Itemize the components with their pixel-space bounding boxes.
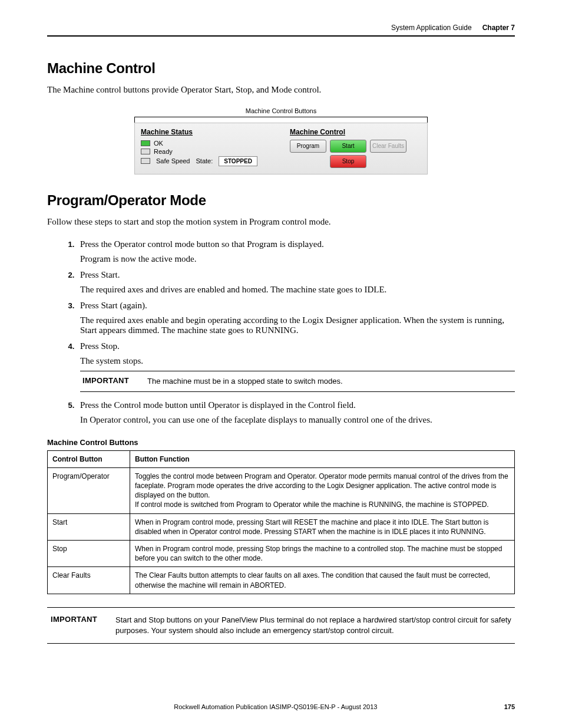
page-footer: Rockwell Automation Publication IASIMP-Q… bbox=[47, 703, 515, 710]
figure-machine-control: Machine Control Buttons Machine Status O… bbox=[47, 107, 515, 174]
hmi-panel: Machine Status OK Ready Safe Speed State… bbox=[134, 123, 428, 174]
table-row: Clear Faults The Clear Faults button att… bbox=[48, 567, 515, 594]
status-label-safe-speed: Safe Speed bbox=[156, 157, 190, 164]
heading-program-operator-mode: Program/Operator Mode bbox=[47, 192, 515, 209]
cell-btn-name: Stop bbox=[48, 541, 130, 567]
status-indicator-ok bbox=[141, 140, 150, 146]
hmi-status-header: Machine Status bbox=[141, 128, 272, 136]
start-button[interactable]: Start bbox=[330, 140, 366, 153]
step-2: Press Start. The required axes and drive… bbox=[77, 270, 515, 295]
step-5-main: Press the Control mode button until Oper… bbox=[80, 400, 515, 410]
cell-btn-name: Clear Faults bbox=[48, 567, 130, 594]
table-row: Program/Operator Toggles the control mod… bbox=[48, 467, 515, 513]
footer-publication: Rockwell Automation Publication IASIMP-Q… bbox=[47, 703, 504, 710]
cell-btn-func: Toggles the control mode between Program… bbox=[130, 467, 515, 513]
running-head-title: System Application Guide bbox=[391, 24, 472, 32]
clear-faults-button[interactable]: Clear Faults bbox=[370, 140, 406, 153]
step-2-sub: The required axes and drives are enabled… bbox=[80, 285, 515, 295]
intro-program-operator: Follow these steps to start and stop the… bbox=[47, 216, 515, 229]
cell-btn-func: The Clear Faults button attempts to clea… bbox=[130, 567, 515, 594]
intro-machine-control: The Machine control buttons provide Oper… bbox=[47, 84, 515, 97]
state-value-box: STOPPED bbox=[219, 156, 257, 166]
status-indicator-ready bbox=[141, 149, 150, 154]
step-3-sub: The required axes enable and begin opera… bbox=[80, 315, 515, 335]
step-1: Press the Operator control mode button s… bbox=[77, 239, 515, 264]
steps-list: Press the Operator control mode button s… bbox=[47, 239, 515, 425]
machine-control-buttons-table: Control Button Button Function Program/O… bbox=[47, 450, 515, 594]
th-button-function: Button Function bbox=[130, 450, 515, 467]
cell-btn-func: When in Program control mode, pressing S… bbox=[130, 541, 515, 567]
step-1-main: Press the Operator control mode button s… bbox=[80, 239, 515, 249]
figure-bracket bbox=[134, 117, 428, 123]
important-text-1: The machine must be in a stopped state t… bbox=[147, 376, 513, 387]
step-5-sub: In Operator control, you can use one of … bbox=[80, 415, 515, 425]
important-label-1: IMPORTANT bbox=[82, 376, 135, 385]
th-control-button: Control Button bbox=[48, 450, 130, 467]
heading-machine-control: Machine Control bbox=[47, 60, 515, 77]
hmi-status-col: Machine Status OK Ready Safe Speed State… bbox=[141, 128, 272, 168]
step-3-main: Press Start (again). bbox=[80, 301, 515, 311]
step-3: Press Start (again). The required axes e… bbox=[77, 301, 515, 335]
table-row: Stop When in Program control mode, press… bbox=[48, 541, 515, 567]
important-label-2: IMPORTANT bbox=[51, 615, 104, 624]
important-note-1: IMPORTANT The machine must be in a stopp… bbox=[80, 371, 515, 392]
hmi-control-header: Machine Control bbox=[290, 128, 421, 136]
footer-page-number: 175 bbox=[504, 703, 515, 710]
step-4: Press Stop. The system stops. IMPORTANT … bbox=[77, 341, 515, 392]
step-2-main: Press Start. bbox=[80, 270, 515, 280]
running-head-chapter: Chapter 7 bbox=[482, 24, 515, 32]
table-caption: Machine Control Buttons bbox=[47, 438, 515, 447]
status-label-ok: OK bbox=[154, 140, 163, 147]
important-note-2: IMPORTANT Start and Stop buttons on your… bbox=[47, 607, 515, 644]
figure-caption: Machine Control Buttons bbox=[47, 107, 515, 114]
cell-btn-name: Start bbox=[48, 513, 130, 540]
program-button[interactable]: Program bbox=[290, 140, 326, 153]
stop-button[interactable]: Stop bbox=[330, 155, 366, 168]
important-text-2: Start and Stop buttons on your PanelView… bbox=[115, 615, 511, 636]
step-5: Press the Control mode button until Oper… bbox=[77, 400, 515, 425]
step-1-sub: Program is now the active mode. bbox=[80, 254, 515, 264]
step-4-main: Press Stop. bbox=[80, 341, 515, 351]
state-label: State: bbox=[196, 157, 213, 164]
hmi-control-col: Machine Control Program Start Clear Faul… bbox=[290, 128, 421, 168]
cell-btn-func: When in Program control mode, pressing S… bbox=[130, 513, 515, 540]
status-label-ready: Ready bbox=[154, 148, 173, 155]
running-head: System Application Guide Chapter 7 bbox=[47, 24, 515, 37]
status-indicator-safe-speed bbox=[141, 158, 150, 164]
table-row: Start When in Program control mode, pres… bbox=[48, 513, 515, 540]
step-4-sub: The system stops. bbox=[80, 356, 515, 366]
cell-btn-name: Program/Operator bbox=[48, 467, 130, 513]
